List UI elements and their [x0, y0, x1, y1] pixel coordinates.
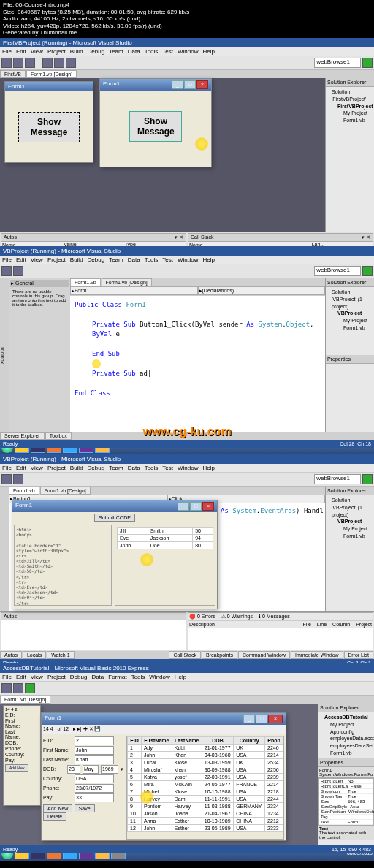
html-textbox[interactable]: <html><body> <table border="1" style="wi…	[14, 525, 112, 606]
maximize-icon[interactable]: □	[190, 502, 202, 511]
menu-edit[interactable]: Edit	[16, 256, 26, 263]
close-icon[interactable]: ×	[202, 502, 214, 511]
menu-file[interactable]: File	[2, 674, 12, 680]
addnew-button[interactable]: Add New	[43, 804, 72, 812]
menu-help[interactable]: Help	[175, 674, 186, 680]
menu-help[interactable]: Help	[202, 465, 214, 471]
show-message-button[interactable]: Show Message	[129, 111, 182, 142]
menu-edit[interactable]: Edit	[16, 465, 26, 471]
toolbox[interactable]: ▸ General There are no usable controls i…	[9, 278, 70, 432]
save-icon[interactable]	[13, 266, 23, 276]
maximize-icon[interactable]: □	[256, 715, 267, 723]
save-icon[interactable]	[13, 683, 23, 693]
menu-view[interactable]: View	[31, 256, 43, 263]
new-icon[interactable]	[1, 266, 12, 276]
menu-tools[interactable]: Tools	[131, 674, 145, 680]
menu-format[interactable]: Format	[108, 674, 126, 680]
binding-navigator[interactable]: 14 4 of 12 ▸ ▸| ✚ ✕ 💾	[42, 725, 286, 734]
save-icon[interactable]	[13, 474, 23, 484]
play-icon[interactable]	[25, 683, 35, 693]
table-row[interactable]: 1AdyKubi21-01-1977UK2246	[128, 744, 283, 751]
menu-data[interactable]: Data	[91, 674, 104, 680]
menu-test[interactable]: Test	[162, 256, 173, 263]
firstname-field[interactable]	[75, 746, 114, 755]
new-icon[interactable]	[1, 474, 12, 484]
code-editor[interactable]: Public Class Form1 Private Sub Button1_C…	[70, 296, 325, 403]
table-row[interactable]: 2JohnKhan04-03-1960USA2214	[128, 751, 283, 758]
open-icon[interactable]	[13, 58, 23, 68]
menu-test[interactable]: Test	[162, 48, 173, 55]
menu-view[interactable]: View	[31, 465, 43, 471]
menu-tools[interactable]: Tools	[145, 465, 159, 471]
main-menu[interactable]: FileEditViewProjectDebugDataFormatToolsW…	[0, 673, 374, 682]
menu-file[interactable]: File	[2, 256, 12, 263]
menu-debug[interactable]: Debug	[70, 674, 88, 680]
play-icon[interactable]	[362, 266, 373, 276]
copy-icon[interactable]	[54, 58, 64, 68]
close-icon[interactable]: ×	[268, 715, 283, 723]
menu-data[interactable]: Data	[128, 48, 140, 55]
menu-edit[interactable]: Edit	[16, 48, 26, 55]
table-row[interactable]: 11AnnaEsther10-10-1989CHINA2212	[128, 817, 283, 824]
menu-debug[interactable]: Debug	[88, 256, 105, 263]
menu-window[interactable]: Window	[178, 48, 198, 55]
minimize-icon[interactable]: _	[178, 502, 189, 511]
toolbox-tab[interactable]	[0, 487, 9, 611]
delete-button[interactable]: Delete	[43, 812, 66, 821]
menu-data[interactable]: Data	[128, 465, 140, 471]
menu-test[interactable]: Test	[162, 465, 173, 471]
menu-help[interactable]: Help	[202, 256, 214, 263]
paste-icon[interactable]	[66, 58, 76, 68]
data-grid[interactable]: EIDFirstNameLastNameDOBCountryPhon1AdyKu…	[126, 736, 284, 840]
play-icon[interactable]	[362, 58, 373, 68]
menu-tools[interactable]: Tools	[145, 48, 159, 55]
class-combo[interactable]: ▸Form1	[70, 286, 198, 295]
save-button[interactable]: Save	[75, 804, 95, 812]
new-icon[interactable]	[1, 683, 12, 693]
main-menu[interactable]: FileEditViewProjectBuildDebugTeamDataToo…	[0, 256, 374, 264]
menu-window[interactable]: Window	[178, 465, 198, 471]
solution-explorer[interactable]: Solution Explorer Solution 'VBProject' (…	[325, 278, 374, 432]
show-message-button-design[interactable]: Show Message	[18, 112, 80, 142]
eid-field[interactable]	[75, 736, 114, 745]
menu-team[interactable]: Team	[109, 48, 123, 55]
menu-project[interactable]: Project	[47, 48, 66, 55]
menu-window[interactable]: Window	[178, 256, 198, 263]
table-row[interactable]: 6MiraMcKAin24-05-1977FRANCE2214	[128, 780, 283, 788]
solution-explorer[interactable]: Solution Explorer Solution 'VBProject' (…	[325, 487, 374, 611]
toolbox-tab[interactable]: Toolbox	[0, 278, 9, 432]
minimize-icon[interactable]: _	[243, 715, 255, 723]
menu-view[interactable]: View	[31, 48, 43, 55]
autos-panel[interactable]: Autos	[1, 612, 186, 650]
toolbar[interactable]: webBrowse1	[0, 264, 374, 278]
new-icon[interactable]	[1, 58, 12, 68]
table-row[interactable]: 10JasonJoana21-04-1967CHINA1234	[128, 810, 283, 817]
running-form[interactable]: Form1 _□× Submit CODE <html><body> <tabl…	[12, 500, 218, 609]
cut-icon[interactable]	[42, 58, 53, 68]
menu-tools[interactable]: Tools	[145, 256, 159, 263]
close-icon[interactable]: ×	[196, 80, 208, 89]
minimize-icon[interactable]: _	[172, 80, 183, 89]
phone-field[interactable]	[75, 784, 114, 793]
pay-field[interactable]	[75, 793, 114, 802]
menu-file[interactable]: File	[2, 48, 12, 55]
menu-edit[interactable]: Edit	[16, 674, 26, 680]
lastname-field[interactable]	[75, 755, 114, 764]
menu-build[interactable]: Build	[70, 48, 83, 55]
table-row[interactable]: 12JohnEsther23-05-1989USA2333	[128, 824, 283, 831]
maximize-icon[interactable]: □	[184, 80, 196, 89]
error-list[interactable]: 🔴 0 Errors⚠ 0 Warningsℹ 0 Messages Descr…	[188, 612, 373, 650]
menu-view[interactable]: View	[31, 674, 43, 680]
table-row[interactable]: 4Miroslafkhan30-09-1988USA2256	[128, 766, 283, 773]
menu-build[interactable]: Build	[70, 256, 83, 263]
table-row[interactable]: 9PordomHarvey11-03-1988GERMANY2334	[128, 802, 283, 810]
table-row[interactable]: 5Katyayosef22-08-1991USA2239	[128, 773, 283, 780]
menu-window[interactable]: Window	[149, 674, 169, 680]
menu-project[interactable]: Project	[47, 256, 66, 263]
designer-surface[interactable]: 14 4 2 EID: First Name: Last Name: DOB: …	[0, 704, 318, 845]
running-form[interactable]: Form1 _□× Show Message	[99, 78, 212, 167]
table-row[interactable]: 3LucalKlose13-03-1959UK2534	[128, 758, 283, 766]
toolbar[interactable]	[0, 682, 374, 696]
designer-surface[interactable]: Form1 Show Message Form1 _□× Show Messag…	[0, 78, 325, 232]
target-combo[interactable]: webBrowse1	[314, 58, 361, 68]
